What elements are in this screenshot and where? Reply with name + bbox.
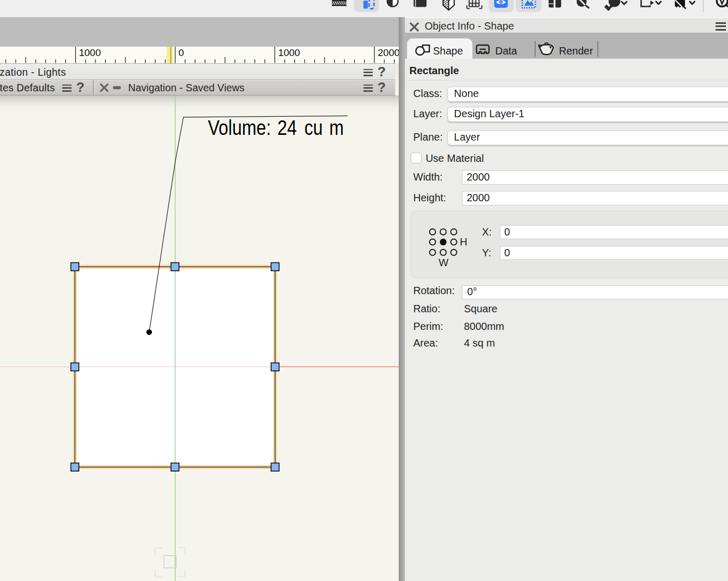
svg-text:1000: 1000 (79, 47, 101, 58)
svg-text:0: 0 (178, 47, 184, 58)
svg-text:1000: 1000 (278, 47, 300, 58)
svg-text:2000: 2000 (378, 47, 399, 58)
